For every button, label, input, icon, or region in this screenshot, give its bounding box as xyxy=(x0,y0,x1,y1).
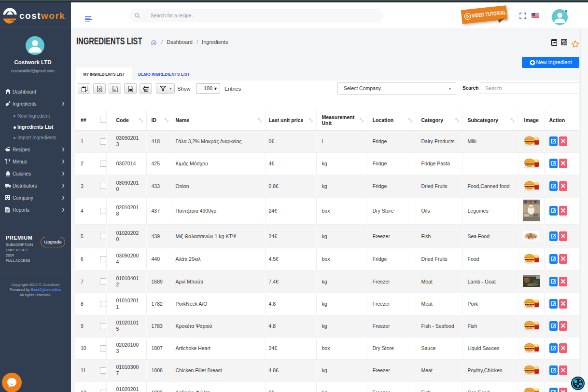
svg-text:X: X xyxy=(98,88,101,91)
svg-text:C: C xyxy=(114,88,116,91)
